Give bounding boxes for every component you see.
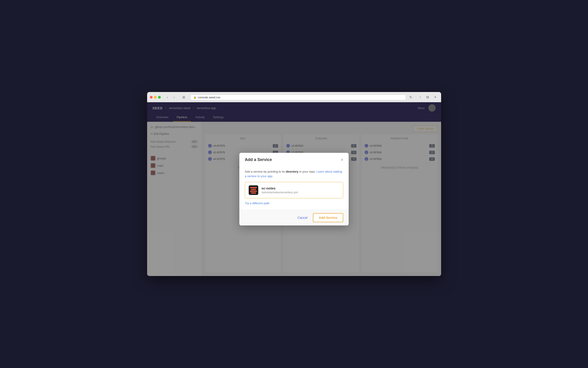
sc-icon-line-3 (250, 191, 257, 192)
service-card-info: sc-notes /services/notes/serverless.yml (261, 186, 339, 194)
modal-desc-plain: Add a service by pointing to its (245, 170, 286, 173)
tab-button[interactable]: ⧉ (425, 94, 431, 100)
service-card-path: /services/notes/serverless.yml (261, 191, 339, 194)
app-content: SEED / serverless-stack / serverless-app… (147, 102, 441, 276)
refresh-button[interactable]: ↻ (408, 94, 414, 100)
sc-icon-line-2 (251, 189, 256, 190)
share-button[interactable]: ↑ (417, 94, 423, 100)
cancel-button[interactable]: Cancel (295, 214, 310, 221)
modal-footer: Cancel Add Service (239, 210, 349, 225)
service-card-name: sc-notes (261, 186, 339, 190)
url-text: console.seed.run (198, 96, 220, 99)
add-service-button[interactable]: Add Service (313, 213, 343, 222)
sidebar-toggle-button[interactable]: ⊞ (181, 94, 187, 100)
address-bar[interactable]: 🔒 console.seed.run (190, 94, 406, 100)
modal-description: Add a service by pointing to its directo… (245, 169, 343, 178)
browser-actions: ↑ ⧉ (417, 94, 431, 100)
close-window-button[interactable] (150, 96, 153, 99)
modal-body: Add a service by pointing to its directo… (239, 166, 349, 210)
service-card: sc-notes /services/notes/serverless.yml (245, 182, 343, 198)
lock-icon: 🔒 (193, 96, 197, 99)
minimize-window-button[interactable] (154, 96, 157, 99)
forward-button[interactable]: › (171, 94, 177, 100)
sc-icon-line-1 (250, 187, 257, 188)
add-service-modal: Add a Service × Add a service by pointin… (239, 153, 349, 225)
service-card-icon (249, 185, 258, 195)
traffic-lights (150, 96, 161, 99)
maximize-window-button[interactable] (158, 96, 161, 99)
sc-icon-graphic (250, 187, 257, 193)
nav-buttons: ‹ › (165, 94, 177, 100)
modal-close-button[interactable]: × (341, 158, 343, 162)
modal-overlay[interactable]: Add a Service × Add a service by pointin… (147, 102, 441, 276)
sc-icon-line-4 (251, 193, 256, 193)
modal-desc-bold: directory (286, 170, 299, 173)
browser-chrome: ‹ › ⊞ 🔒 console.seed.run ↻ ↑ ⧉ + (147, 92, 441, 102)
modal-desc-end: in your repo. (299, 170, 317, 173)
try-different-path-link[interactable]: Try a different path (245, 202, 269, 205)
new-tab-button[interactable]: + (432, 94, 438, 100)
modal-title: Add a Service (245, 157, 272, 162)
modal-header: Add a Service × (239, 153, 349, 166)
back-button[interactable]: ‹ (165, 94, 170, 100)
